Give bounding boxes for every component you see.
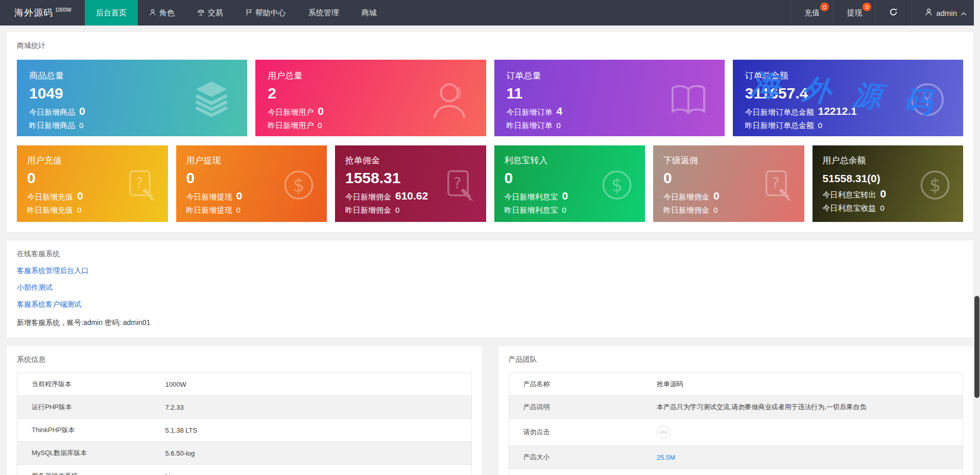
stat-card-sub-rebate: 下级返佣 0 今日新增佣金0 昨日新增佣金0 ?	[653, 145, 804, 222]
menu-label: 交易	[208, 8, 223, 18]
card-line-label: 今日利息宝转出	[823, 190, 876, 200]
flag-icon	[246, 9, 252, 17]
card-title: 利息宝转入	[505, 155, 635, 166]
service-admin-entry-link[interactable]: 客服系统管理后台入口	[17, 266, 88, 276]
row-value: 本产品只为学习测试交流,请勿要做商业或者用于违法行为,一切后果自负	[657, 396, 963, 419]
row-label: 当前程序版本	[17, 373, 165, 396]
recharge-button[interactable]: 充值 0	[791, 0, 833, 26]
logo-version: 1000W	[55, 7, 71, 13]
book-icon	[666, 78, 710, 123]
menu-item-dashboard[interactable]: 后台首页	[85, 0, 138, 26]
card-line-value: 12212.1	[818, 105, 857, 117]
card-line-value: 0	[562, 190, 568, 202]
card-line-label: 昨日新增利息宝	[505, 206, 558, 215]
navbar-right: 充值 0 提现 0 admin	[791, 0, 980, 26]
panel-title: 系统信息	[17, 355, 472, 364]
card-line-value: 0	[395, 206, 399, 214]
widget-test-link[interactable]: 小部件测试	[17, 283, 53, 292]
card-line-label: 今日新增佣金	[663, 192, 709, 202]
dollar-circle-icon: $	[598, 166, 636, 206]
menu-label: 角色	[159, 8, 175, 18]
stat-card-grab-commission: 抢单佣金 1558.31 今日新增佣金610.62 昨日新增佣金0 ?	[335, 145, 486, 222]
card-line-label: 今日新增充值	[27, 192, 73, 202]
panel-title: 产品团队	[509, 355, 964, 364]
svg-text:?: ?	[453, 174, 461, 192]
card-line-value: 0	[77, 190, 83, 202]
person-icon	[149, 9, 156, 17]
svg-text:¥: ¥	[921, 89, 933, 111]
stat-card-order-amount: 订单总金额 311657.4 今日新增订单总金额12212.1 昨日新增订单总金…	[733, 60, 963, 136]
panel-title: 在线客服系统	[17, 249, 963, 259]
menu-label: 后台首页	[96, 8, 127, 18]
card-title: 用户充值	[27, 155, 158, 166]
card-line-label: 今日利息宝收益	[823, 204, 876, 213]
menu-item-mall[interactable]: 商城	[350, 0, 388, 26]
menu-label: 帮助中心	[255, 8, 286, 18]
bottom-section: 系统信息 当前程序版本 1000W 运行PHP版本 7.2.33 ThinkPH…	[6, 345, 974, 475]
card-line-label: 今日新增商品	[29, 108, 75, 117]
svg-text:$: $	[929, 175, 941, 195]
broken-image-404-badge[interactable]: 404	[657, 426, 670, 439]
row-label: 数据库	[509, 469, 657, 475]
card-line-label: 昨日新增提现	[186, 206, 232, 215]
refresh-icon	[889, 8, 898, 18]
scrollbar-thumb[interactable]	[974, 296, 979, 398]
recharge-badge: 0	[820, 3, 829, 11]
table-row: 产品说明 本产品只为学习测试交流,请勿要做商业或者用于违法行为,一切后果自负	[509, 396, 963, 419]
product-size-link[interactable]: 25.5M	[657, 454, 675, 461]
row-label: 服务器操作系统	[17, 465, 165, 475]
svg-text:?: ?	[771, 174, 779, 192]
row-label: ThinkPHP版本	[17, 419, 165, 442]
row-value: 抢单源码	[657, 373, 963, 396]
withdraw-button[interactable]: 提现 0	[833, 0, 875, 26]
row-label: 产品名称	[509, 373, 657, 396]
menu-item-roles[interactable]: 角色	[138, 0, 186, 26]
yen-circle-icon: ¥	[906, 78, 949, 123]
stat-card-total-orders: 订单总量 11 今日新增订单4 昨日新增订单0	[494, 60, 725, 136]
card-line-value: 0	[79, 105, 85, 117]
row-value: 404	[657, 419, 963, 446]
card-line-label: 昨日新增佣金	[345, 206, 391, 215]
main-menu: 后台首页 角色 交易 帮助中心 系统管理 商城	[85, 0, 388, 26]
service-client-test-link[interactable]: 客服系统客户端测试	[17, 300, 81, 309]
user-menu[interactable]: admin	[911, 0, 980, 26]
stat-card-total-balance: 用户总余额 51558.31(0) 今日利息宝转出0 今日利息宝收益0 $	[812, 145, 964, 222]
layers-icon	[190, 78, 233, 123]
service-account-note: 新增客服系统，账号:admin 密码: admin01	[17, 318, 963, 328]
table-row: 数据库 mysql	[509, 469, 963, 475]
card-line-value: 0	[77, 206, 81, 214]
product-team-table: 产品名称 抢单源码 产品说明 本产品只为学习测试交流,请勿要做商业或者用于违法行…	[509, 372, 964, 475]
row-value: 5.1.38 LTS	[165, 419, 472, 442]
card-line-label: 昨日新增充值	[27, 206, 73, 215]
card-line-label: 昨日新增订单总金额	[745, 121, 814, 131]
page-scrollbar	[974, 0, 980, 475]
card-line-value: 0	[236, 206, 241, 214]
menu-item-help-center[interactable]: 帮助中心	[234, 0, 297, 26]
card-line-label: 今日新增佣金	[345, 192, 391, 202]
svg-text:$: $	[293, 175, 304, 195]
row-label: 运行PHP版本	[17, 396, 165, 419]
card-title: 用户总余额	[823, 155, 953, 166]
row-label: 产品说明	[509, 396, 657, 419]
table-row: 产品名称 抢单源码	[509, 373, 963, 396]
online-service-panel: 在线客服系统 客服系统管理后台入口 小部件测试 客服系统客户端测试 新增客服系统…	[6, 240, 974, 338]
dollar-circle-icon: $	[916, 166, 954, 206]
table-row: 运行PHP版本 7.2.33	[17, 396, 472, 419]
app-logo: 海外源码 1000W	[0, 0, 85, 26]
refresh-button[interactable]	[875, 0, 911, 26]
row-value: mysql	[657, 469, 963, 475]
mall-stats-panel: 商城统计 商品总量 1049 今日新增商品0 昨日新增商品0 用户总量 2 今日…	[6, 32, 974, 233]
row-label: 请勿点击	[509, 419, 657, 446]
card-line-value: 0	[79, 121, 83, 130]
card-line-value: 0	[236, 190, 243, 202]
menu-item-trade[interactable]: 交易	[186, 0, 234, 26]
card-line-label: 今日新增提现	[186, 192, 232, 202]
stats-row-1: 商品总量 1049 今日新增商品0 昨日新增商品0 用户总量 2 今日新增用户0…	[17, 60, 963, 136]
menu-item-system-manage[interactable]: 系统管理	[297, 0, 350, 26]
stat-card-total-users: 用户总量 2 今日新增用户0 昨日新增用户0	[255, 60, 486, 136]
person-icon	[925, 8, 933, 17]
card-line-value: 4	[557, 105, 563, 117]
card-line-label: 今日新增利息宝	[505, 192, 558, 202]
table-row: 服务器操作系统 Linux	[17, 465, 472, 475]
card-line-label: 今日新增订单	[507, 108, 553, 117]
